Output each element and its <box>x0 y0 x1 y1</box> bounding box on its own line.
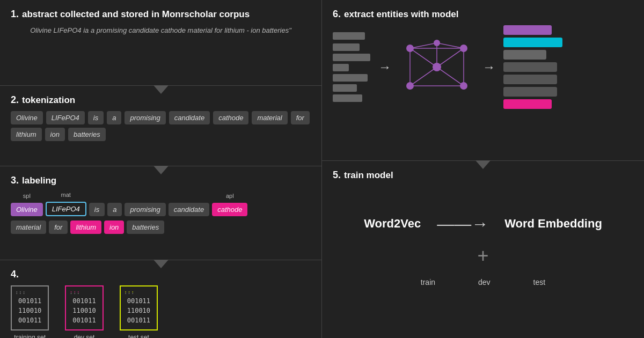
panel-abstract: 1. abstract collected and stored in Monr… <box>0 0 321 86</box>
right-column: 6. extract entities with model → <box>322 0 644 338</box>
section-1-title: abstract collected and stored in Monrsch… <box>22 9 250 20</box>
section-5-title: train model <box>344 170 393 181</box>
tag-spl: spl <box>23 193 31 201</box>
arrow-2-3 <box>153 166 169 174</box>
panel-extract: 6. extract entities with model → <box>322 0 644 161</box>
arrow-3-4 <box>153 260 169 268</box>
token-material: material <box>252 111 287 124</box>
token-olivine: Olivine <box>11 111 43 124</box>
token-ion-labeled: ion <box>104 221 124 234</box>
test-set: ··· 001011110010001011 test set <box>120 285 158 338</box>
arrow-graph-output: → <box>482 60 495 75</box>
result-bar-gray4 <box>503 87 557 97</box>
section-6-number: 6. <box>333 9 341 20</box>
tag-apl: apl <box>226 193 234 201</box>
training-label: training set <box>14 334 46 338</box>
embedding-label: Word Embedding <box>504 217 602 231</box>
long-arrow: ——→ <box>437 214 488 234</box>
input-bars <box>333 32 370 102</box>
section-6-title: extract entities with model <box>344 9 459 20</box>
result-bar-gray3 <box>503 75 557 84</box>
dataset-container: ··· 001011110010001011 training set ··· … <box>11 285 311 338</box>
token-candidate: candidate <box>169 111 210 124</box>
labeled-lifepo4: mat LIFePO4 <box>46 192 86 216</box>
split-test: test <box>533 278 546 286</box>
plus-sign: + <box>477 245 488 267</box>
labeled-cathode: apl cathode <box>212 193 247 216</box>
token-list: Olivine LIFePO4 is a promising candidate… <box>11 111 311 141</box>
dev-binary: ··· 001011110010001011 <box>65 285 103 330</box>
dev-label: dev set <box>74 334 95 338</box>
section-3-number: 3. <box>11 175 19 186</box>
token-cathode: cathode <box>213 111 248 124</box>
token-lithium: lithium <box>11 128 42 141</box>
svg-line-12 <box>437 43 464 48</box>
test-binary: ··· 001011110010001011 <box>120 285 158 330</box>
network-graph <box>399 38 474 97</box>
token-is: is <box>88 111 104 124</box>
svg-point-18 <box>434 40 440 46</box>
panel-labeling: 3. labeling spl Olivine mat LIFePO4 is <box>0 166 321 260</box>
section-2-number: 2. <box>11 94 19 106</box>
arrow-6-5 <box>475 160 491 169</box>
svg-point-16 <box>406 82 414 90</box>
w2v-embedding-row: Word2Vec ——→ Word Embedding <box>364 214 602 234</box>
left-column: 1. abstract collected and stored in Monr… <box>0 0 322 338</box>
abstract-text: Olivine LIFePO4 ia a promising candidate… <box>11 25 311 36</box>
labeled-olivine: spl Olivine <box>11 193 43 216</box>
arrow-input-graph: → <box>378 60 391 75</box>
section-1-number: 1. <box>11 9 19 20</box>
result-bars <box>503 25 562 109</box>
result-bar-purple <box>503 25 552 35</box>
token-for: for <box>291 111 310 124</box>
tag-mat: mat <box>61 192 71 200</box>
training-set: ··· 001011110010001011 training set <box>11 285 49 338</box>
result-bar-gray2 <box>503 62 557 72</box>
split-train: train <box>421 278 435 286</box>
token-ion: ion <box>45 128 65 141</box>
panel-train: 5. train model Word2Vec ——→ Word Embeddi… <box>322 161 644 338</box>
token-batteries: batteries <box>68 128 106 141</box>
dev-set: ··· 001011110010001011 dev set <box>65 285 103 338</box>
token-material-labeled: material <box>11 221 46 234</box>
split-labels: train dev test <box>421 278 545 286</box>
svg-point-14 <box>406 45 414 52</box>
section-5-number: 5. <box>333 170 341 181</box>
token-promising: promising <box>125 111 165 124</box>
training-binary: ··· 001011110010001011 <box>11 285 49 330</box>
result-bar-gray1 <box>503 50 546 60</box>
section-4-number: 4. <box>11 269 19 280</box>
section-2-title: tokenization <box>22 95 75 106</box>
svg-point-13 <box>433 63 441 71</box>
split-dev: dev <box>478 278 491 286</box>
svg-point-17 <box>460 82 467 90</box>
train-content: Word2Vec ——→ Word Embedding + train dev … <box>333 186 633 314</box>
arrow-1-2 <box>153 85 169 94</box>
section-3-title: labeling <box>22 175 56 186</box>
token-a: a <box>107 111 121 124</box>
svg-line-11 <box>410 43 437 48</box>
main-container: 1. abstract collected and stored in Monr… <box>0 0 644 338</box>
svg-point-15 <box>460 45 467 52</box>
token-lifepo4: LIFePO4 <box>46 111 85 124</box>
test-label: test set <box>128 334 149 338</box>
panel-datasets: 4. ··· 001011110010001011 training set ·… <box>0 260 321 338</box>
panel-tokenization: 2. tokenization Olivine LIFePO4 is a pro… <box>0 86 321 166</box>
network-area: → <box>333 25 633 109</box>
word2vec-label: Word2Vec <box>364 217 421 231</box>
result-bar-cyan <box>503 38 562 47</box>
result-bar-pink <box>503 99 552 109</box>
token-lithium-labeled: lithium <box>70 221 101 234</box>
